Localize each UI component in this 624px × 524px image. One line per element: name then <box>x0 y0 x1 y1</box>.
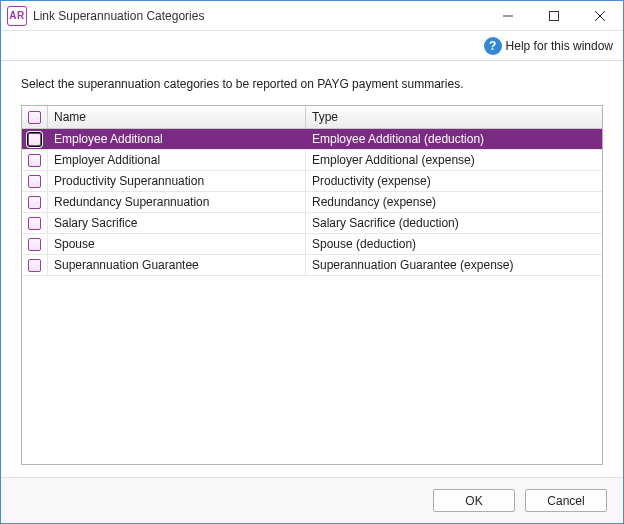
minimize-button[interactable] <box>485 1 531 31</box>
dialog-footer: OK Cancel <box>1 477 623 523</box>
titlebar: AR Link Superannuation Categories <box>1 1 623 31</box>
header-name[interactable]: Name <box>48 106 306 128</box>
ok-button[interactable]: OK <box>433 489 515 512</box>
categories-table: Name Type Employee AdditionalEmployee Ad… <box>21 105 603 465</box>
help-bar: ? Help for this window <box>1 31 623 61</box>
row-type: Employer Additional (expense) <box>306 150 602 170</box>
row-name: Employer Additional <box>48 150 306 170</box>
row-checkbox[interactable] <box>28 154 41 167</box>
header-checkbox-cell[interactable] <box>22 106 48 128</box>
row-type: Spouse (deduction) <box>306 234 602 254</box>
maximize-icon <box>549 11 559 21</box>
row-type: Productivity (expense) <box>306 171 602 191</box>
row-type: Superannuation Guarantee (expense) <box>306 255 602 275</box>
row-name: Spouse <box>48 234 306 254</box>
table-row[interactable]: Salary SacrificeSalary Sacrifice (deduct… <box>22 213 602 234</box>
close-button[interactable] <box>577 1 623 31</box>
table-body: Employee AdditionalEmployee Additional (… <box>22 129 602 464</box>
row-name: Productivity Superannuation <box>48 171 306 191</box>
minimize-icon <box>503 11 513 21</box>
close-icon <box>595 11 605 21</box>
header-checkbox[interactable] <box>28 111 41 124</box>
row-type: Salary Sacrifice (deduction) <box>306 213 602 233</box>
row-checkbox-cell[interactable] <box>22 234 48 254</box>
row-type: Employee Additional (deduction) <box>306 129 602 149</box>
help-icon: ? <box>484 37 502 55</box>
row-type: Redundancy (expense) <box>306 192 602 212</box>
table-row[interactable]: Employer AdditionalEmployer Additional (… <box>22 150 602 171</box>
header-type[interactable]: Type <box>306 106 602 128</box>
row-checkbox-cell[interactable] <box>22 255 48 275</box>
row-checkbox-cell[interactable] <box>22 192 48 212</box>
row-checkbox-cell[interactable] <box>22 150 48 170</box>
help-link[interactable]: ? Help for this window <box>484 37 613 55</box>
maximize-button[interactable] <box>531 1 577 31</box>
row-checkbox[interactable] <box>28 175 41 188</box>
row-checkbox-cell[interactable] <box>22 171 48 191</box>
table-row[interactable]: Productivity SuperannuationProductivity … <box>22 171 602 192</box>
row-name: Employee Additional <box>48 129 306 149</box>
row-checkbox[interactable] <box>28 259 41 272</box>
row-checkbox[interactable] <box>28 133 41 146</box>
table-row[interactable]: Employee AdditionalEmployee Additional (… <box>22 129 602 150</box>
row-checkbox[interactable] <box>28 238 41 251</box>
svg-rect-1 <box>550 11 559 20</box>
row-checkbox[interactable] <box>28 217 41 230</box>
instruction-text: Select the superannuation categories to … <box>21 77 603 91</box>
row-checkbox-cell[interactable] <box>22 213 48 233</box>
content-area: Select the superannuation categories to … <box>1 61 623 477</box>
table-row[interactable]: Redundancy SuperannuationRedundancy (exp… <box>22 192 602 213</box>
table-row[interactable]: SpouseSpouse (deduction) <box>22 234 602 255</box>
row-name: Superannuation Guarantee <box>48 255 306 275</box>
row-checkbox[interactable] <box>28 196 41 209</box>
table-row[interactable]: Superannuation GuaranteeSuperannuation G… <box>22 255 602 276</box>
window: AR Link Superannuation Categories ? Help… <box>0 0 624 524</box>
cancel-button[interactable]: Cancel <box>525 489 607 512</box>
help-label: Help for this window <box>506 39 613 53</box>
row-checkbox-cell[interactable] <box>22 129 48 149</box>
app-icon: AR <box>7 6 27 26</box>
table-header: Name Type <box>22 106 602 129</box>
row-name: Salary Sacrifice <box>48 213 306 233</box>
window-title: Link Superannuation Categories <box>33 9 204 23</box>
row-name: Redundancy Superannuation <box>48 192 306 212</box>
